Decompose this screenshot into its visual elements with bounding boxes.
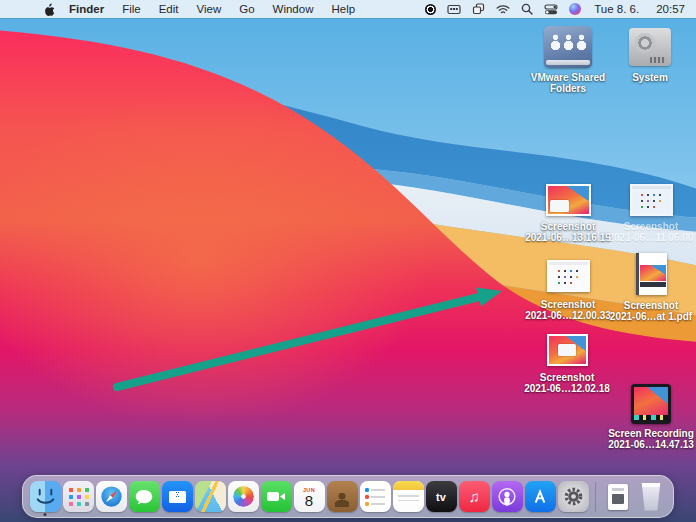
person-icon [576,34,587,50]
system-preferences-icon [558,481,589,512]
app-store-icon [525,481,556,512]
dock: JUN 8 tv ♫ [22,475,674,518]
desktop-icon-label: System [632,72,668,83]
screenshot-thumbnail-icon [547,255,590,297]
dock-item-trash[interactable] [635,479,667,515]
menu-item-view[interactable]: View [197,3,222,15]
network-drive-icon [544,24,592,70]
control-center-icon[interactable] [544,4,558,15]
calendar-icon: JUN 8 [294,481,325,512]
document-icon [608,484,628,510]
menu-bar-status-area: Tue 8. 6. 20:57 [425,3,687,15]
desktop-screen: Finder File Edit View Go Window Help [0,0,696,522]
desktop-icon-label: Screenshot2021-06…at 1.pdf [610,300,692,322]
dock-item-facetime[interactable] [260,479,292,515]
menu-item-go[interactable]: Go [239,3,254,15]
messages-icon [129,481,160,512]
running-indicator [44,513,47,516]
vmware-tools-icon[interactable] [447,4,461,15]
maps-icon [195,481,226,512]
finder-icon [30,481,61,512]
screenshot-thumbnail-icon [630,181,673,219]
menu-item-help[interactable]: Help [331,3,355,15]
apple-tv-icon: tv [426,481,457,512]
dock-item-document[interactable] [602,479,634,515]
photos-icon [228,481,259,512]
trash-icon [640,483,662,511]
launchpad-icon [63,481,94,512]
calendar-day: 8 [305,493,313,509]
dock-item-maps[interactable] [194,479,226,515]
person-icon [550,34,561,50]
podcasts-icon [492,481,523,512]
desktop-icon-screen-recording[interactable]: Screen Recording2021-06…14.47.13 [596,382,696,450]
hard-drive-icon [629,24,671,70]
desktop-icon-label: Screenshot2021-06…11.06.00 [608,221,693,243]
screenshot-thumbnail-icon [546,181,591,219]
desktop-icon-screenshot-pdf[interactable]: Screenshot2021-06…at 1.pdf [596,250,696,322]
desktop-icon-screenshot-110600[interactable]: Screenshot2021-06…11.06.00 [596,181,696,243]
dock-item-podcasts[interactable] [491,479,523,515]
dock-item-system-preferences[interactable] [557,479,589,515]
menu-item-edit[interactable]: Edit [159,3,179,15]
window-stack-icon[interactable] [472,3,485,15]
facetime-icon [261,481,292,512]
desktop-icon-system[interactable]: System [595,24,696,83]
dock-item-tv[interactable]: tv [425,479,457,515]
spotlight-search-icon[interactable] [521,3,533,15]
apple-menu-icon[interactable] [44,3,55,16]
dock-item-safari[interactable] [95,479,127,515]
menu-bar-clock[interactable]: 20:57 [656,3,685,15]
screenshot-thumbnail-icon [547,330,588,370]
siri-icon[interactable] [569,3,581,15]
menu-item-window[interactable]: Window [273,3,314,15]
dock-item-music[interactable]: ♫ [458,479,490,515]
dock-separator [595,482,596,512]
contacts-icon [327,481,358,512]
dock-item-launchpad[interactable] [62,479,94,515]
dock-item-contacts[interactable] [326,479,358,515]
dock-item-mail[interactable] [161,479,193,515]
menu-item-file[interactable]: File [122,3,141,15]
dock-item-messages[interactable] [128,479,160,515]
reminders-icon [360,481,391,512]
dock-item-photos[interactable] [227,479,259,515]
mail-icon [162,481,193,512]
desktop-icon-label: Screen Recording2021-06…14.47.13 [608,428,694,450]
video-thumbnail-icon [631,382,671,426]
wifi-icon[interactable] [496,4,510,15]
menu-item-finder[interactable]: Finder [69,3,104,15]
menu-bar-date[interactable]: Tue 8. 6. [594,3,639,15]
safari-icon [96,481,127,512]
dock-item-reminders[interactable] [359,479,391,515]
menu-bar: Finder File Edit View Go Window Help [0,0,696,18]
pdf-document-icon [636,250,667,298]
dock-item-app-store[interactable] [524,479,556,515]
person-icon [563,34,574,50]
screen-recording-stop-icon[interactable] [425,4,436,15]
dock-item-finder[interactable] [29,479,61,515]
notes-icon [393,481,424,512]
dock-item-notes[interactable] [392,479,424,515]
music-icon: ♫ [459,481,490,512]
dock-item-calendar[interactable]: JUN 8 [293,479,325,515]
